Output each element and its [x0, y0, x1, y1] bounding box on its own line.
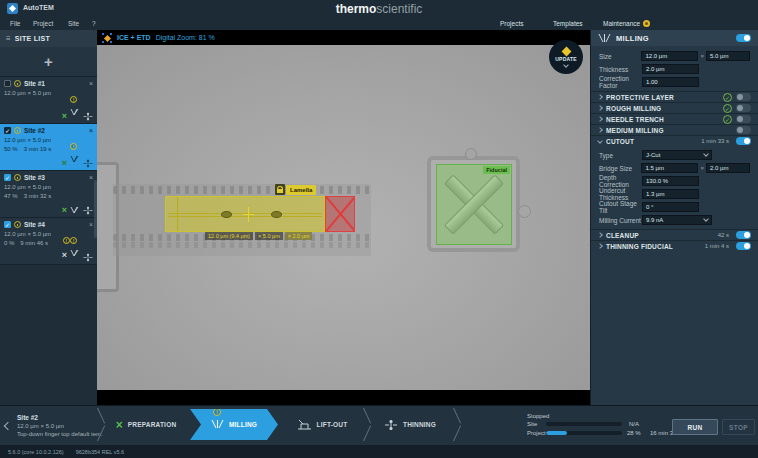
- version-label: 5.6.0 (core 10.0.2.126): [8, 449, 64, 455]
- type-dropdown[interactable]: J-Cut: [642, 150, 712, 160]
- menu-file[interactable]: File: [10, 20, 20, 27]
- type-value: J-Cut: [646, 152, 660, 158]
- site-dimensions: 12.0 µm × 5.0 µm: [4, 137, 93, 143]
- protective-layer-toggle[interactable]: [736, 93, 751, 101]
- section-time: 1 min 33 s: [701, 138, 729, 144]
- bridge-size-input[interactable]: 1.5 µm: [641, 163, 698, 173]
- site-list-item-3[interactable]: ✓ Site #3 × 12.0 µm × 5.0 µm 47 %3 min 3…: [0, 171, 97, 218]
- warning-icon: !: [70, 96, 77, 103]
- section-needle-trench[interactable]: NEEDLE TRENCH ✓: [591, 113, 758, 124]
- pattern-center-cross[interactable]: [243, 207, 254, 222]
- site-status-icon: [14, 127, 21, 134]
- warning-icon: !: [70, 143, 77, 150]
- site-progress: 0 %: [4, 240, 14, 246]
- times-separator: ×: [700, 165, 704, 171]
- nav-projects[interactable]: Projects: [500, 20, 523, 27]
- depth-correction-input[interactable]: 130.0 %: [642, 176, 699, 186]
- section-thinning-fiducial[interactable]: THINNING FIDUCIAL 1 min 4 s: [591, 240, 758, 251]
- site-3-close-icon[interactable]: ×: [89, 174, 93, 181]
- milling-toggle[interactable]: [736, 34, 751, 42]
- pattern-handle[interactable]: [221, 211, 232, 218]
- section-medium-milling[interactable]: MEDIUM MILLING: [591, 124, 758, 135]
- step-milling[interactable]: ! MILLING: [190, 409, 278, 440]
- nav-maintenance[interactable]: Maintenance: [603, 20, 640, 27]
- liftout-mini-icon: [69, 206, 80, 215]
- site-2-close-icon[interactable]: ×: [89, 127, 93, 134]
- milling-panel-header[interactable]: MILLING: [591, 30, 758, 46]
- site-4-checkbox[interactable]: ✓: [4, 221, 11, 228]
- completed-check-icon: ✓: [723, 104, 732, 113]
- section-cutout[interactable]: CUTOUT 1 min 33 s: [591, 135, 758, 146]
- status-bar: 5.6.0 (core 10.0.2.126) 9628b354 REL v5.…: [0, 445, 758, 458]
- site-progress-bar: [546, 422, 622, 426]
- rough-milling-toggle[interactable]: [736, 104, 751, 112]
- step-separator: [92, 409, 104, 440]
- cutout-stage-tilt-input[interactable]: 0 °: [642, 202, 699, 212]
- site-list-item-2[interactable]: ✓ Site #2 × 12.0 µm × 5.0 µm 50 %3 min 1…: [0, 124, 97, 171]
- site-time: 3 min 19 s: [24, 146, 52, 152]
- site-4-close-icon[interactable]: ×: [89, 221, 93, 228]
- workflow-site-dims: 12.0 µm × 5.0 µm: [17, 423, 103, 429]
- workflow-site-template: Top-down finger top default tem…: [17, 431, 103, 437]
- image-viewport: ICE + ETD Digital Zoom: 81 % Lamella: [97, 30, 590, 405]
- section-protective-layer[interactable]: PROTECTIVE LAYER ✓: [591, 91, 758, 102]
- lamella-badge: Lamella: [286, 185, 316, 195]
- milling-panel: MILLING Size 12.0 µm × 5.0 µm Thickness …: [590, 30, 758, 405]
- update-button[interactable]: UPDATE: [549, 40, 583, 74]
- site-list-item-4[interactable]: ✓ Site #4 × 12.0 µm × 5.0 µm 0 %9 min 46…: [0, 218, 97, 265]
- cleanup-toggle[interactable]: [736, 231, 751, 239]
- menu-project[interactable]: Project: [33, 20, 53, 27]
- site-list-item-1[interactable]: Site #1 × 12.0 µm × 5.0 µm × !: [0, 77, 97, 124]
- jcut-pattern[interactable]: [325, 196, 355, 232]
- thinning-fiducial-toggle[interactable]: [736, 242, 751, 250]
- step-preparation[interactable]: × PREPARATION: [102, 409, 190, 440]
- lamella-pattern[interactable]: [165, 196, 325, 232]
- site-3-checkbox[interactable]: ✓: [4, 174, 11, 181]
- site-list-title: SITE LIST: [15, 35, 50, 42]
- stop-button[interactable]: STOP: [722, 419, 755, 435]
- step-thinning[interactable]: THINNING: [366, 409, 454, 440]
- chevron-left-icon[interactable]: [4, 422, 12, 430]
- project-progress-bar: [546, 431, 622, 435]
- run-button[interactable]: RUN: [672, 419, 718, 435]
- menu-help[interactable]: ?: [92, 20, 96, 27]
- app-logo-icon: [7, 3, 18, 14]
- section-label: NEEDLE TRENCH: [606, 116, 719, 123]
- app-title: AutoTEM: [23, 4, 54, 11]
- fiducial-pattern[interactable]: Fiducial: [436, 164, 512, 245]
- nav-templates[interactable]: Templates: [553, 20, 583, 27]
- step-label: PREPARATION: [128, 421, 177, 428]
- add-site-button[interactable]: +: [0, 47, 97, 77]
- site-list-panel: ≡ SITE LIST + Site #1 × 12.0 µm × 5.0 µm…: [0, 30, 97, 405]
- section-label: THINNING FIDUCIAL: [606, 243, 701, 250]
- site-1-close-icon[interactable]: ×: [89, 80, 93, 87]
- site-progress: 50 %: [4, 146, 18, 152]
- menu-site[interactable]: Site: [68, 20, 79, 27]
- correction-factor-input[interactable]: 1.00: [642, 77, 699, 87]
- milling-icon: [598, 33, 611, 44]
- pattern-handle[interactable]: [271, 211, 282, 218]
- needle-trench-toggle[interactable]: [736, 115, 751, 123]
- site-step-icons: × !: [62, 150, 94, 168]
- liftout-mini-icon: [69, 108, 80, 117]
- section-cleanup[interactable]: CLEANUP 42 s: [591, 229, 758, 240]
- thickness-input[interactable]: 2.0 µm: [642, 64, 699, 74]
- structure-detail: [465, 148, 477, 160]
- milling-current-dropdown[interactable]: 9.9 nA: [642, 215, 712, 225]
- section-rough-milling[interactable]: ROUGH MILLING ✓: [591, 102, 758, 113]
- site-1-checkbox[interactable]: [4, 80, 11, 87]
- size-input[interactable]: 12.0 µm: [641, 51, 698, 61]
- viewport-header: ICE + ETD Digital Zoom: 81 %: [97, 30, 590, 45]
- undercut-thickness-input[interactable]: 1.3 µm: [642, 189, 699, 199]
- site-name: Site #3: [24, 174, 45, 181]
- sem-image[interactable]: Lamella 12.0 µm (9.4 µm) × 5.0 µm × 2.0 …: [97, 45, 590, 390]
- medium-milling-toggle[interactable]: [736, 126, 751, 134]
- size-input-2[interactable]: 5.0 µm: [706, 51, 750, 61]
- cutout-toggle[interactable]: [736, 137, 751, 145]
- thinning-mini-icon: [82, 253, 94, 262]
- step-liftout[interactable]: LIFT-OUT: [278, 409, 366, 440]
- brand-logo: thermoscientific: [336, 2, 423, 16]
- site-progress-label: Site: [527, 421, 537, 427]
- bridge-size-input-2[interactable]: 2.0 µm: [706, 163, 750, 173]
- site-2-checkbox[interactable]: ✓: [4, 127, 11, 134]
